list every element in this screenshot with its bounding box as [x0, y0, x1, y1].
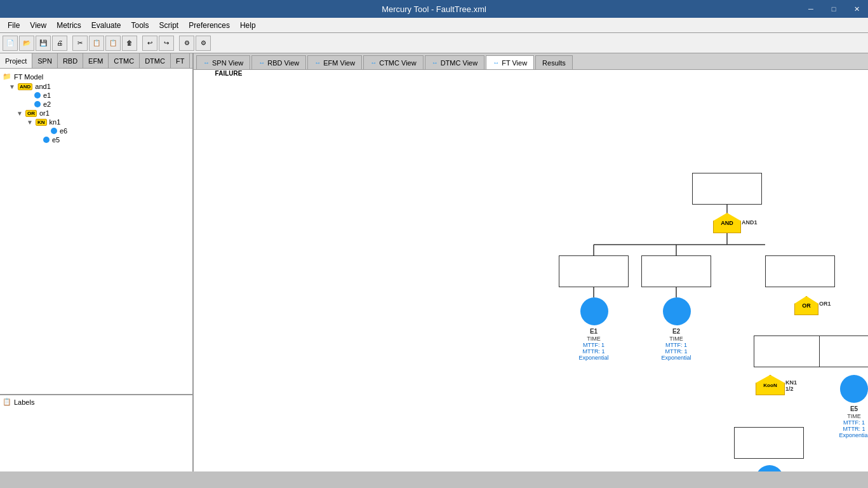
tab-rbd-label: RBD View	[267, 59, 299, 67]
koon-gate: KooN	[756, 375, 785, 395]
left-tab-project[interactable]: Project	[0, 53, 32, 68]
event-icon-e2	[34, 101, 41, 107]
dtmc-view-icon: ↔	[432, 59, 438, 66]
tab-ft-view[interactable]: ↔ FT View	[486, 55, 534, 69]
tree-area[interactable]: 📁 FT Model ▼ AND and1 e1 e2	[0, 69, 192, 395]
left-tab-ctmc[interactable]: CTMC	[109, 53, 140, 68]
ft-model-header: 📁 FT Model	[3, 71, 190, 82]
e1-name: E1	[565, 328, 622, 335]
canvas-area[interactable]: FAILURE AND AND1 E1 TIME MTTF: 1 MTTR: 1	[194, 70, 868, 471]
tree-node-e6[interactable]: e6	[3, 126, 190, 135]
tree-node-and1[interactable]: ▼ AND and1	[3, 82, 190, 91]
tab-results[interactable]: Results	[535, 55, 573, 69]
menu-script[interactable]: Script	[154, 20, 184, 31]
koon-gate-label: KN1 1/2	[785, 379, 797, 392]
tree-node-kn1[interactable]: ▼ KN kn1	[3, 118, 190, 126]
event-icon-e6	[51, 128, 57, 134]
tb-open[interactable]: 📂	[19, 36, 34, 51]
node-e1-label: e1	[43, 92, 51, 99]
e2-dist: Exponential	[648, 355, 705, 361]
e2-circle	[663, 297, 691, 325]
menu-tools[interactable]: Tools	[126, 20, 154, 31]
tb-delete[interactable]: 🗑	[122, 36, 137, 51]
e1-circle	[580, 297, 608, 325]
tb-settings1[interactable]: ⚙	[179, 36, 194, 51]
e5-circle	[840, 375, 868, 403]
menu-view[interactable]: View	[25, 20, 51, 31]
labels-title: Labels	[14, 398, 34, 406]
expand-and1[interactable]: ▼	[9, 83, 15, 90]
close-button[interactable]: ✕	[845, 0, 868, 18]
ft-diagram: FAILURE AND AND1 E1 TIME MTTF: 1 MTTR: 1	[194, 70, 765, 471]
tab-ctmc-label: CTMC View	[379, 59, 416, 67]
window-controls[interactable]: ─ □ ✕	[799, 0, 868, 18]
tb-cut[interactable]: ✂	[72, 36, 88, 51]
e5-time: TIME	[825, 413, 868, 419]
expand-or1[interactable]: ▼	[17, 110, 23, 117]
node-e2-label: e2	[43, 100, 51, 108]
e5-dist: Exponential	[825, 432, 868, 438]
and1-gate-label: AND1	[742, 219, 758, 226]
tb-print[interactable]: 🖨	[52, 36, 67, 51]
menu-file[interactable]: File	[3, 20, 25, 31]
left-panel: Project SPN RBD EFM CTMC DTMC FT 📁 FT Mo…	[0, 53, 194, 471]
menu-bar: File View Metrics Evaluate Tools Script …	[0, 18, 868, 33]
menu-preferences[interactable]: Preferences	[184, 20, 235, 31]
tree-node-e5[interactable]: e5	[3, 135, 190, 144]
left-tab-dtmc[interactable]: DTMC	[140, 53, 171, 68]
e6-circle	[756, 465, 784, 471]
tree-node-or1[interactable]: ▼ OR or1	[3, 109, 190, 118]
tb-copy[interactable]: 📋	[89, 36, 104, 51]
left-tab-ft[interactable]: FT	[171, 53, 190, 68]
tree-node-e1[interactable]: e1	[3, 91, 190, 100]
tab-efm-view[interactable]: ↔ EFM View	[307, 55, 362, 69]
e5-name: E5	[829, 405, 868, 412]
menu-evaluate[interactable]: Evaluate	[86, 20, 126, 31]
event-icon-e1	[34, 92, 41, 98]
left-tab-rbd[interactable]: RBD	[58, 53, 83, 68]
e6-box	[734, 427, 804, 459]
node-kn1-label: kn1	[50, 118, 61, 126]
right-panel: ↔ SPN View ↔ RBD View ↔ EFM View ↔ CTMC …	[194, 53, 868, 471]
minimize-button[interactable]: ─	[799, 0, 822, 18]
tab-ctmc-view[interactable]: ↔ CTMC View	[363, 55, 423, 69]
toolbar: 📄 📂 💾 🖨 ✂ 📋 📋 🗑 ↩ ↪ ⚙ ⚙	[0, 33, 868, 53]
expand-kn1[interactable]: ▼	[27, 119, 33, 126]
left-tab-efm[interactable]: EFM	[83, 53, 109, 68]
tab-dtmc-view[interactable]: ↔ DTMC View	[425, 55, 484, 69]
tb-new[interactable]: 📄	[3, 36, 18, 51]
koon-input-box	[754, 336, 824, 367]
tab-spn-view[interactable]: ↔ SPN View	[196, 55, 250, 69]
menu-help[interactable]: Help	[235, 20, 261, 31]
e1-mttr: MTTR: 1	[565, 348, 622, 355]
menu-metrics[interactable]: Metrics	[51, 20, 86, 31]
rbd-view-icon: ↔	[258, 59, 265, 66]
spn-view-icon: ↔	[203, 59, 210, 66]
tb-redo[interactable]: ↪	[159, 36, 174, 51]
tree-node-e2[interactable]: e2	[3, 100, 190, 109]
tb-save[interactable]: 💾	[36, 36, 51, 51]
e1-time: TIME	[565, 336, 622, 342]
tb-undo[interactable]: ↩	[142, 36, 157, 51]
node-and1-label: and1	[35, 83, 50, 90]
left-tab-bar: Project SPN RBD EFM CTMC DTMC FT	[0, 53, 192, 69]
e5-mttr: MTTR: 1	[825, 426, 868, 432]
labels-area: 📋 Labels	[0, 395, 192, 471]
labels-header: 📋 Labels	[3, 398, 190, 406]
gate-badge-or: OR	[25, 110, 37, 117]
tab-spn-label: SPN View	[212, 59, 243, 67]
main-layout: Project SPN RBD EFM CTMC DTMC FT 📁 FT Mo…	[0, 53, 868, 471]
title-bar: Mercury Tool - FaultTree.xml ─ □ ✕	[0, 0, 868, 18]
tb-settings2[interactable]: ⚙	[196, 36, 211, 51]
e2-mttf: MTTF: 1	[648, 342, 705, 348]
maximize-button[interactable]: □	[822, 0, 845, 18]
tab-rbd-view[interactable]: ↔ RBD View	[251, 55, 306, 69]
tab-ft-label: FT View	[502, 59, 527, 67]
tb-paste[interactable]: 📋	[105, 36, 121, 51]
gate-badge-and: AND	[18, 83, 32, 90]
efm-view-icon: ↔	[314, 59, 321, 66]
e1-box	[559, 255, 629, 287]
node-e6-label: e6	[60, 127, 67, 135]
node-e5-label: e5	[52, 136, 60, 144]
left-tab-spn[interactable]: SPN	[32, 53, 58, 68]
